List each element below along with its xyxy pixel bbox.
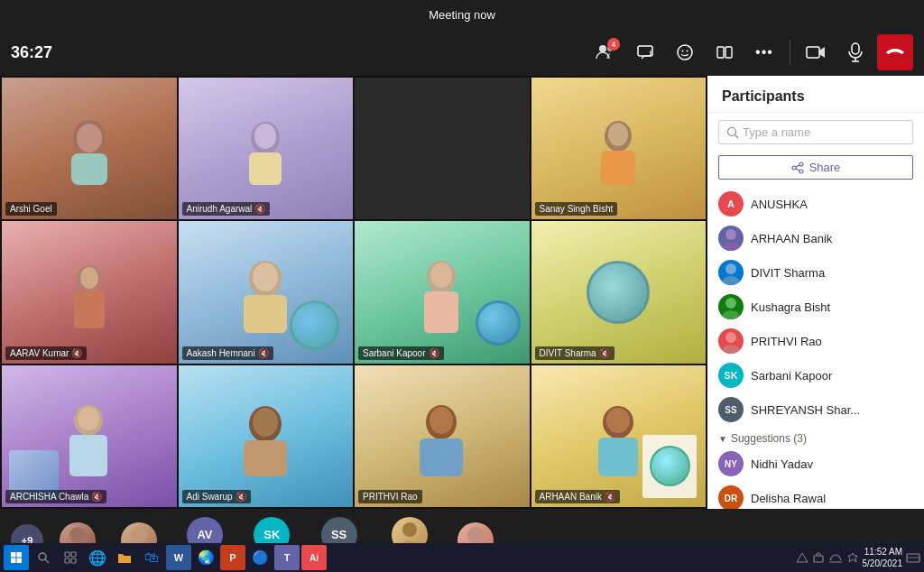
video-cell-divit[interactable]: DIVIT Sharma 🔇 bbox=[531, 221, 707, 363]
start-button[interactable] bbox=[4, 545, 29, 570]
main-content: Arshi Goel Anirudh Agarwal 🔇 Sanay Singh… bbox=[0, 76, 924, 509]
taskbar-powerpoint[interactable]: P bbox=[220, 545, 245, 570]
suggestions-section[interactable]: ▼ Suggestions (3) bbox=[707, 427, 924, 447]
participant-item-sarbani[interactable]: SK Sarbani Kapoor bbox=[707, 358, 924, 392]
svg-point-19 bbox=[608, 123, 628, 146]
svg-point-52 bbox=[722, 276, 740, 285]
svg-point-54 bbox=[722, 310, 740, 319]
svg-point-46 bbox=[799, 170, 803, 173]
participant-name-sanay: Sanay Singh Bisht bbox=[535, 202, 618, 216]
video-cell-archisha[interactable]: ARCHISHA Chawla 🔇 bbox=[2, 365, 177, 507]
svg-point-59 bbox=[131, 527, 147, 543]
svg-point-49 bbox=[725, 229, 736, 240]
avatar-delisha: DR bbox=[718, 485, 744, 509]
video-cell-arshi[interactable]: Arshi Goel bbox=[2, 78, 177, 219]
taskbar-chrome[interactable]: 🌏 bbox=[193, 545, 218, 570]
participant-item-nidhi[interactable]: NY Nidhi Yadav bbox=[707, 447, 924, 481]
participant-name-anushka: ANUSHKA bbox=[751, 198, 913, 211]
taskbar-folder[interactable] bbox=[112, 545, 137, 570]
participant-item-arhaan[interactable]: ARHAAN Banik bbox=[707, 221, 924, 255]
participant-name-adi: Adi Swarup 🔇 bbox=[182, 490, 251, 503]
svg-line-48 bbox=[796, 169, 799, 171]
video-cell-sanay[interactable]: Sanay Singh Bisht bbox=[531, 78, 707, 219]
svg-rect-32 bbox=[69, 435, 107, 476]
taskbar-word[interactable]: W bbox=[166, 545, 191, 570]
participant-name-shreyansh-p: SHREYANSH Shar... bbox=[751, 403, 913, 417]
svg-rect-38 bbox=[420, 438, 463, 476]
video-cell-adi[interactable]: Adi Swarup 🔇 bbox=[179, 365, 354, 507]
svg-point-42 bbox=[728, 127, 736, 135]
clock: 11:52 AM 5/20/2021 bbox=[863, 546, 903, 569]
video-cell-anirudh[interactable]: Anirudh Agarwal 🔇 bbox=[179, 78, 354, 219]
toolbar-icons: 4 ••• bbox=[587, 34, 913, 70]
end-call-button[interactable] bbox=[877, 34, 913, 70]
svg-point-34 bbox=[253, 408, 278, 437]
breakout-button[interactable] bbox=[707, 34, 743, 70]
mic-button[interactable] bbox=[837, 34, 873, 70]
svg-rect-68 bbox=[17, 558, 23, 564]
svg-point-0 bbox=[599, 45, 606, 52]
svg-point-63 bbox=[467, 527, 484, 543]
svg-marker-78 bbox=[848, 553, 857, 562]
participants-list: A ANUSHKA ARHAAN Banik DIVIT Sharma bbox=[707, 187, 924, 509]
taskbar-acrobat[interactable]: Ai bbox=[301, 545, 327, 570]
panel-title: Participants bbox=[707, 76, 924, 113]
svg-rect-8 bbox=[807, 47, 819, 58]
svg-point-50 bbox=[722, 242, 740, 251]
chat-button[interactable] bbox=[627, 34, 663, 70]
svg-rect-35 bbox=[244, 440, 287, 476]
participant-name-prithvi: PRITHVI Rao bbox=[358, 490, 422, 503]
video-cell-sarbani[interactable]: Sarbani Kapoor 🔇 bbox=[355, 221, 530, 363]
taskbar-edge[interactable]: 🌐 bbox=[85, 545, 110, 570]
participant-name-prithvi-p: PRITHVI Rao bbox=[751, 335, 913, 348]
windows-taskbar: 🌐 🛍 W 🌏 P 🔵 T Ai 11:52 AM 5/20/2021 bbox=[0, 543, 924, 572]
taskbar-teams[interactable]: T bbox=[274, 545, 300, 570]
svg-rect-72 bbox=[71, 552, 76, 557]
video-cell-empty1[interactable] bbox=[355, 78, 530, 219]
svg-point-13 bbox=[77, 124, 102, 152]
video-cell-aarav[interactable]: AARAV Kumar 🔇 bbox=[2, 221, 177, 363]
participant-item-kushagra[interactable]: Kushagra Bisht bbox=[707, 290, 924, 324]
participant-item-prithvi[interactable]: PRITHVI Rao bbox=[707, 324, 924, 358]
participant-item-anushka[interactable]: A ANUSHKA bbox=[707, 187, 924, 221]
participant-name-anirudh: Anirudh Agarwal 🔇 bbox=[182, 202, 271, 216]
svg-rect-17 bbox=[249, 152, 282, 185]
participant-name-archisha: ARCHISHA Chawla 🔇 bbox=[5, 490, 106, 503]
reactions-button[interactable] bbox=[667, 34, 703, 70]
video-cell-prithvi[interactable]: PRITHVI Rao bbox=[355, 365, 530, 507]
svg-rect-6 bbox=[717, 47, 724, 58]
taskbar-edge2[interactable]: 🔵 bbox=[247, 545, 273, 570]
task-view-button[interactable] bbox=[58, 545, 83, 570]
search-box[interactable]: Type a name bbox=[718, 120, 913, 144]
meeting-toolbar: 36:27 4 bbox=[0, 29, 924, 76]
participant-item-divit[interactable]: DIVIT Sharma bbox=[707, 255, 924, 290]
participant-name-delisha: Delisha Rawal bbox=[751, 492, 913, 505]
video-cell-arhaan[interactable]: ARHAAN Banik 🔇 bbox=[531, 365, 707, 507]
participant-name-divit: DIVIT Sharma 🔇 bbox=[535, 346, 614, 360]
svg-rect-20 bbox=[601, 151, 635, 185]
svg-rect-76 bbox=[814, 556, 823, 562]
camera-button[interactable] bbox=[798, 34, 834, 70]
chevron-down-icon: ▼ bbox=[718, 434, 727, 444]
avatar-sarbani: SK bbox=[718, 363, 744, 388]
more-button[interactable]: ••• bbox=[746, 34, 782, 70]
svg-rect-26 bbox=[244, 295, 287, 333]
participant-name-aarav: AARAV Kumar 🔇 bbox=[5, 346, 87, 360]
participant-name-aakash: Aakash Hemnani 🔇 bbox=[182, 346, 273, 360]
participants-button[interactable]: 4 bbox=[587, 34, 624, 70]
svg-rect-67 bbox=[11, 558, 16, 564]
share-button[interactable]: Share bbox=[718, 155, 913, 180]
taskbar-store[interactable]: 🛍 bbox=[139, 545, 164, 570]
video-cell-aakash[interactable]: Aakash Hemnani 🔇 bbox=[179, 221, 354, 363]
participant-name-arhaan-p: ARHAAN Banik bbox=[751, 232, 913, 245]
participant-name-divit-p: DIVIT Sharma bbox=[751, 266, 913, 280]
avatar-nidhi: NY bbox=[718, 451, 744, 476]
svg-point-28 bbox=[430, 263, 452, 288]
participant-item-shreyansh[interactable]: SS SHREYANSH Shar... bbox=[707, 392, 924, 427]
participant-item-delisha[interactable]: DR Delisha Rawal bbox=[707, 481, 924, 509]
search-button[interactable] bbox=[31, 545, 56, 570]
svg-point-51 bbox=[725, 263, 736, 274]
avatar-anushka: A bbox=[718, 191, 744, 217]
svg-rect-74 bbox=[71, 558, 76, 563]
title-bar: Meeting now bbox=[0, 0, 924, 29]
